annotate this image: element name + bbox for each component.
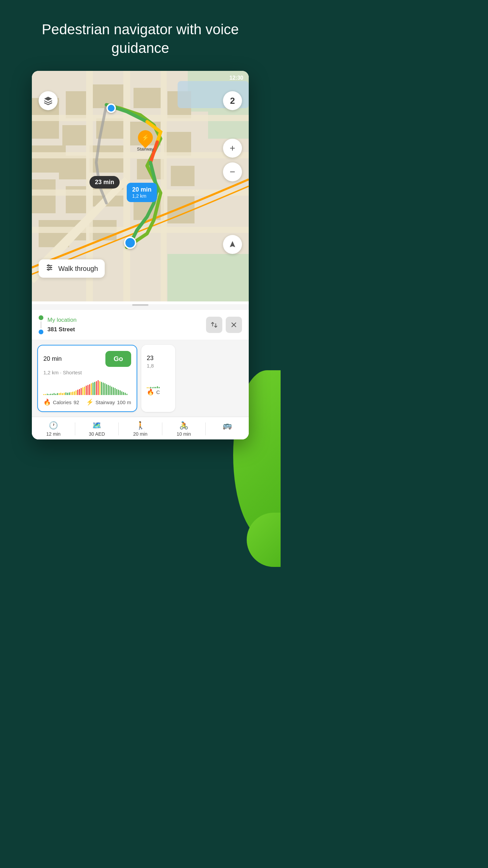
calories-value: 92: [74, 399, 79, 405]
stairway-extra-value: 100 m: [117, 399, 131, 405]
callout-time: 20 min: [132, 186, 151, 193]
nav-item-bike[interactable]: 🚴 10 min: [162, 421, 205, 437]
car-icon: 🕐: [49, 421, 58, 430]
calories-icon-2: 🔥: [147, 388, 154, 396]
calories-item-2: 🔥 C: [147, 388, 160, 396]
route-1-extras: 🔥 Calories 92 ⚡ Stairway 100 m: [43, 398, 131, 406]
route-card-1[interactable]: 20 min Go 1,2 km · Shortest 🔥 Calories 9…: [37, 345, 137, 412]
route-card-2[interactable]: 23 1,8 🔥 C: [141, 345, 175, 412]
stairway-extra-label: Stairway: [96, 399, 115, 405]
svg-rect-3: [167, 254, 249, 301]
route-inputs: My location 381 Street: [32, 310, 249, 340]
route-labels: My location 381 Street: [47, 317, 202, 333]
walk-through-button[interactable]: Walk through: [39, 259, 105, 278]
svg-rect-15: [89, 145, 123, 173]
map-area: 12:30 2 ⚡ Stairway + −: [32, 71, 249, 301]
route-1-time: 20 min: [43, 351, 62, 363]
page-title: Pedestrian navigator with voice guidance: [0, 0, 281, 71]
callout-distance: 1,2 km: [132, 193, 151, 199]
svg-rect-23: [164, 132, 191, 156]
main-route-time-callout: 20 min 1,2 km: [127, 183, 157, 202]
svg-rect-18: [134, 88, 161, 108]
zoom-in-button[interactable]: +: [223, 139, 242, 158]
route-2-extras: 🔥 C: [147, 388, 170, 396]
route-line: [41, 321, 41, 328]
phone-frame: 12:30 2 ⚡ Stairway + −: [32, 71, 249, 439]
stairway-item: ⚡ Stairway 100 m: [86, 398, 131, 406]
calories-value-2: C: [156, 389, 160, 395]
nav-item-taxi[interactable]: 🗺️ 30 AED: [75, 421, 118, 437]
destination-label[interactable]: 381 Street: [47, 326, 202, 333]
route-card-1-header: 20 min Go: [43, 351, 131, 367]
close-route-button[interactable]: [226, 317, 242, 333]
destination-dot: [124, 237, 136, 249]
swap-route-button[interactable]: [206, 317, 222, 333]
route-dots: [39, 315, 43, 334]
svg-rect-8: [66, 91, 86, 118]
my-location-button[interactable]: [223, 235, 242, 254]
layers-button[interactable]: [39, 91, 58, 110]
svg-rect-6: [32, 179, 56, 213]
nav-label-walk: 20 min: [133, 431, 147, 437]
svg-point-41: [48, 269, 49, 270]
bottom-navigation: 🕐 12 min 🗺️ 30 AED 🚶 20 min 🚴 10 min 🚌: [32, 417, 249, 439]
walk-icon: 🚶: [136, 421, 145, 430]
stairway-pin: ⚡ Stairway: [137, 130, 154, 152]
nav-label-car: 12 min: [46, 431, 61, 437]
origin-dot: [39, 315, 43, 320]
route-1-detail: 1,2 km · Shortest: [43, 370, 131, 375]
bottom-panel: My location 381 Street: [32, 304, 249, 439]
elevation-chart-1: [43, 379, 131, 395]
route-2-time: 23: [147, 350, 170, 363]
drag-handle[interactable]: [132, 304, 148, 306]
svg-point-39: [48, 265, 49, 266]
svg-rect-9: [62, 125, 86, 145]
step-counter-badge: 2: [223, 91, 242, 110]
start-location-dot: [106, 103, 116, 113]
svg-rect-30: [32, 152, 249, 158]
svg-rect-25: [167, 196, 195, 223]
alt-route-time-callout: 23 min: [89, 176, 120, 189]
calories-icon: 🔥: [43, 398, 51, 406]
origin-label[interactable]: My location: [47, 317, 202, 323]
go-button[interactable]: Go: [105, 351, 131, 367]
nav-label-taxi: 30 AED: [89, 431, 105, 437]
calories-item: 🔥 Calories 92: [43, 398, 79, 406]
filter-icon: [45, 263, 54, 274]
svg-rect-28: [161, 71, 167, 301]
stairway-extra-icon: ⚡: [86, 398, 94, 406]
map-time: 12:30: [229, 75, 243, 81]
svg-point-40: [50, 267, 51, 268]
nav-item-car[interactable]: 🕐 12 min: [32, 421, 75, 437]
nav-label-bike: 10 min: [177, 431, 191, 437]
walk-through-label: Walk through: [58, 265, 98, 273]
nav-item-transit[interactable]: 🚌: [206, 421, 249, 437]
zoom-out-button[interactable]: −: [223, 162, 242, 181]
taxi-icon: 🗺️: [92, 421, 101, 430]
svg-rect-10: [59, 156, 86, 179]
nav-item-walk[interactable]: 🚶 20 min: [119, 421, 162, 437]
calories-label: Calories: [53, 399, 72, 405]
route-2-detail: 1,8: [147, 363, 170, 369]
destination-dot-input: [39, 330, 43, 334]
svg-rect-24: [171, 166, 195, 186]
bike-icon: 🚴: [179, 421, 188, 430]
route-1-time-unit: min: [50, 355, 62, 362]
route-actions: [206, 317, 242, 333]
route-options: 20 min Go 1,2 km · Shortest 🔥 Calories 9…: [32, 340, 249, 417]
elevation-chart-2: [147, 372, 170, 388]
transit-icon: 🚌: [223, 421, 232, 430]
